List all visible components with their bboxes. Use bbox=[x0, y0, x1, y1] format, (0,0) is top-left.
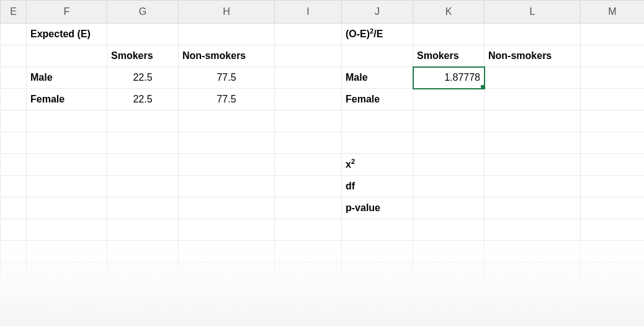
cell-I8[interactable] bbox=[275, 154, 342, 176]
col-header-L[interactable]: L bbox=[485, 1, 581, 24]
cell-L3-col-nonsmokers[interactable]: Non-smokers bbox=[485, 45, 581, 67]
cell-E12[interactable] bbox=[1, 241, 27, 263]
cell-F12[interactable] bbox=[27, 241, 107, 263]
cell-K7[interactable] bbox=[413, 132, 485, 154]
cell-M13[interactable] bbox=[581, 263, 645, 284]
cell-K12[interactable] bbox=[413, 241, 485, 263]
cell-K3-col-smokers[interactable]: Smokers bbox=[413, 45, 485, 67]
cell-J11[interactable] bbox=[342, 219, 413, 241]
cell-J5-female[interactable]: Female bbox=[342, 89, 413, 111]
cell-I5[interactable] bbox=[275, 89, 342, 111]
cell-J3[interactable] bbox=[342, 45, 413, 67]
cell-K6[interactable] bbox=[413, 111, 485, 132]
cell-E14[interactable] bbox=[1, 284, 27, 306]
col-header-H[interactable]: H bbox=[179, 1, 275, 24]
cell-F10[interactable] bbox=[27, 197, 107, 219]
cell-E6[interactable] bbox=[1, 111, 27, 132]
cell-L8[interactable] bbox=[485, 154, 581, 176]
cell-L10[interactable] bbox=[485, 197, 581, 219]
cell-K9[interactable] bbox=[413, 176, 485, 197]
cell-F6[interactable] bbox=[27, 111, 107, 132]
cell-E9[interactable] bbox=[1, 176, 27, 197]
cell-J8-chi2[interactable]: x2 bbox=[342, 154, 413, 176]
cell-J14[interactable] bbox=[342, 284, 413, 306]
cell-H11[interactable] bbox=[179, 219, 275, 241]
cell-J6[interactable] bbox=[342, 111, 413, 132]
cell-G4-male-smokers[interactable]: 22.5 bbox=[107, 67, 179, 89]
column-header-row[interactable]: E F G H I J K L M bbox=[1, 1, 645, 24]
cell-J4-male[interactable]: Male bbox=[342, 67, 413, 89]
cell-H2[interactable] bbox=[179, 24, 275, 45]
cell-F5-female[interactable]: Female bbox=[27, 89, 107, 111]
cell-I3[interactable] bbox=[275, 45, 342, 67]
cell-J12[interactable] bbox=[342, 241, 413, 263]
cell-F14[interactable] bbox=[27, 284, 107, 306]
cell-H3-col-nonsmokers[interactable]: Non-smokers bbox=[179, 45, 275, 67]
spreadsheet-grid[interactable]: E F G H I J K L M Expected (E) (O-E)2/E … bbox=[0, 0, 644, 306]
cell-I6[interactable] bbox=[275, 111, 342, 132]
cell-J7[interactable] bbox=[342, 132, 413, 154]
cell-F8[interactable] bbox=[27, 154, 107, 176]
col-header-M[interactable]: M bbox=[581, 1, 645, 24]
col-header-E[interactable]: E bbox=[1, 1, 27, 24]
cell-G5-female-smokers[interactable]: 22.5 bbox=[107, 89, 179, 111]
cell-G3-col-smokers[interactable]: Smokers bbox=[107, 45, 179, 67]
cell-M12[interactable] bbox=[581, 241, 645, 263]
cell-H13[interactable] bbox=[179, 263, 275, 284]
cell-I10[interactable] bbox=[275, 197, 342, 219]
col-header-I[interactable]: I bbox=[275, 1, 342, 24]
cell-H9[interactable] bbox=[179, 176, 275, 197]
cell-K11[interactable] bbox=[413, 219, 485, 241]
cell-M10[interactable] bbox=[581, 197, 645, 219]
cell-E5[interactable] bbox=[1, 89, 27, 111]
cell-G10[interactable] bbox=[107, 197, 179, 219]
cell-M7[interactable] bbox=[581, 132, 645, 154]
cell-H8[interactable] bbox=[179, 154, 275, 176]
cell-E7[interactable] bbox=[1, 132, 27, 154]
cell-M5[interactable] bbox=[581, 89, 645, 111]
cell-L5[interactable] bbox=[485, 89, 581, 111]
cell-G2[interactable] bbox=[107, 24, 179, 45]
cell-F9[interactable] bbox=[27, 176, 107, 197]
cell-G8[interactable] bbox=[107, 154, 179, 176]
cell-G13[interactable] bbox=[107, 263, 179, 284]
col-header-F[interactable]: F bbox=[27, 1, 107, 24]
cell-J13[interactable] bbox=[342, 263, 413, 284]
cell-F2-expected-title[interactable]: Expected (E) bbox=[27, 24, 107, 45]
cell-K14[interactable] bbox=[413, 284, 485, 306]
cell-K4-male-smokers-selected[interactable]: 1.87778 + bbox=[413, 67, 485, 89]
cell-E3[interactable] bbox=[1, 45, 27, 67]
cell-G7[interactable] bbox=[107, 132, 179, 154]
cell-H14[interactable] bbox=[179, 284, 275, 306]
cell-I14[interactable] bbox=[275, 284, 342, 306]
cell-G6[interactable] bbox=[107, 111, 179, 132]
cell-F7[interactable] bbox=[27, 132, 107, 154]
cell-L6[interactable] bbox=[485, 111, 581, 132]
cell-H4-male-nonsmokers[interactable]: 77.5 bbox=[179, 67, 275, 89]
cell-H6[interactable] bbox=[179, 111, 275, 132]
cell-J2-OE-title[interactable]: (O-E)2/E bbox=[342, 24, 413, 45]
cell-M6[interactable] bbox=[581, 111, 645, 132]
cell-M2[interactable] bbox=[581, 24, 645, 45]
cell-L12[interactable] bbox=[485, 241, 581, 263]
spreadsheet-sheet[interactable]: E F G H I J K L M Expected (E) (O-E)2/E … bbox=[0, 0, 644, 326]
col-header-K[interactable]: K bbox=[413, 1, 485, 24]
cell-E11[interactable] bbox=[1, 219, 27, 241]
cell-G11[interactable] bbox=[107, 219, 179, 241]
cell-K2[interactable] bbox=[413, 24, 485, 45]
cell-L11[interactable] bbox=[485, 219, 581, 241]
cell-M4[interactable] bbox=[581, 67, 645, 89]
cell-F3[interactable] bbox=[27, 45, 107, 67]
cell-M8[interactable] bbox=[581, 154, 645, 176]
cell-L13[interactable] bbox=[485, 263, 581, 284]
cell-F11[interactable] bbox=[27, 219, 107, 241]
cell-G9[interactable] bbox=[107, 176, 179, 197]
cell-I9[interactable] bbox=[275, 176, 342, 197]
cell-H7[interactable] bbox=[179, 132, 275, 154]
cell-K13[interactable] bbox=[413, 263, 485, 284]
cell-M3[interactable] bbox=[581, 45, 645, 67]
cell-L7[interactable] bbox=[485, 132, 581, 154]
col-header-G[interactable]: G bbox=[107, 1, 179, 24]
cell-I2[interactable] bbox=[275, 24, 342, 45]
cell-K8[interactable] bbox=[413, 154, 485, 176]
